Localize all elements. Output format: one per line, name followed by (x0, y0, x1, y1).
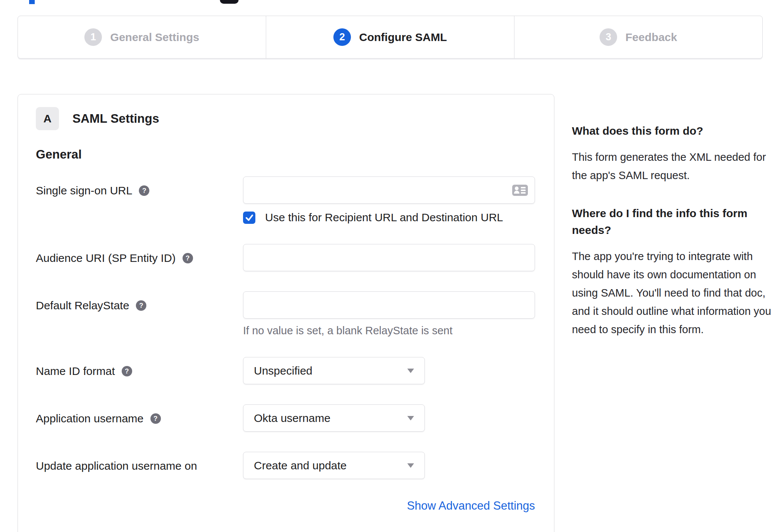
sso-url-input[interactable] (243, 176, 535, 204)
application-username-row: Application username ? Okta username (36, 404, 536, 432)
update-username-label: Update application username on (36, 459, 197, 473)
help-icon[interactable]: ? (122, 366, 132, 376)
relay-state-label-wrap: Default RelayState ? (36, 291, 243, 337)
section-a-badge: A (36, 107, 59, 130)
step-1-label: General Settings (110, 31, 199, 44)
update-username-control: Create and update (243, 452, 536, 479)
audience-uri-control (243, 244, 536, 271)
audience-uri-input[interactable] (243, 244, 535, 271)
audience-uri-label-wrap: Audience URI (SP Entity ID) ? (36, 244, 243, 271)
cutoff-blue-fragment (29, 0, 35, 4)
application-username-label: Application username (36, 412, 144, 425)
step-configure-saml[interactable]: 2 Configure SAML (266, 16, 514, 58)
recipient-url-checkbox-row: Use this for Recipient URL and Destinati… (243, 211, 536, 224)
application-username-label-wrap: Application username ? (36, 404, 243, 432)
advanced-settings-row: Show Advanced Settings (36, 499, 535, 513)
relay-state-helper-text: If no value is set, a blank RelayState i… (243, 325, 536, 337)
update-username-row: Update application username on Create an… (36, 452, 536, 479)
step-general-settings[interactable]: 1 General Settings (18, 16, 266, 58)
step-1-number: 1 (90, 31, 96, 43)
step-3-label: Feedback (625, 31, 677, 44)
sso-url-label-wrap: Single sign-on URL ? (36, 176, 243, 224)
help-icon[interactable]: ? (183, 253, 193, 263)
update-username-value: Create and update (254, 459, 347, 472)
sso-url-row: Single sign-on URL ? (36, 176, 536, 224)
help-icon[interactable]: ? (150, 413, 161, 424)
step-1-circle: 1 (84, 28, 102, 46)
panel-title: SAML Settings (72, 112, 159, 126)
application-username-value: Okta username (254, 412, 330, 425)
relay-state-control: If no value is set, a blank RelayState i… (243, 291, 536, 337)
audience-uri-label: Audience URI (SP Entity ID) (36, 251, 176, 265)
relay-state-row: Default RelayState ? If no value is set,… (36, 291, 536, 337)
step-3-number: 3 (606, 31, 611, 43)
contact-card-icon (512, 184, 528, 198)
help-answer-2: The app you're trying to integrate with … (572, 247, 781, 339)
cutoff-dark-fragment (220, 0, 239, 4)
chevron-down-icon (407, 416, 414, 420)
wizard-stepper: 1 General Settings 2 Configure SAML 3 Fe… (18, 16, 763, 59)
recipient-url-checkbox[interactable] (243, 212, 255, 224)
recipient-url-checkbox-label: Use this for Recipient URL and Destinati… (265, 211, 503, 224)
application-username-select[interactable]: Okta username (243, 404, 425, 432)
step-2-number: 2 (339, 31, 345, 43)
step-3-circle: 3 (600, 28, 617, 46)
update-username-label-wrap: Update application username on (36, 452, 243, 479)
badge-letter: A (43, 112, 52, 125)
saml-settings-panel: A SAML Settings General Single sign-on U… (18, 94, 554, 532)
show-advanced-settings-link[interactable]: Show Advanced Settings (407, 499, 535, 512)
audience-uri-row: Audience URI (SP Entity ID) ? (36, 244, 536, 271)
help-answer-1: This form generates the XML needed for t… (572, 148, 781, 185)
name-id-format-control: Unspecified (243, 357, 536, 384)
sso-url-label: Single sign-on URL (36, 184, 132, 197)
step-2-label: Configure SAML (359, 31, 447, 44)
name-id-format-label-wrap: Name ID format ? (36, 357, 243, 384)
saml-form: Single sign-on URL ? (36, 176, 536, 513)
chevron-down-icon (407, 463, 414, 468)
help-icon[interactable]: ? (139, 185, 149, 196)
help-icon[interactable]: ? (136, 300, 146, 311)
update-username-select[interactable]: Create and update (243, 452, 425, 479)
name-id-format-label: Name ID format (36, 364, 115, 378)
step-feedback[interactable]: 3 Feedback (514, 16, 762, 58)
name-id-format-value: Unspecified (254, 364, 312, 377)
general-section-heading: General (36, 147, 536, 162)
panel-header: A SAML Settings (36, 107, 536, 130)
help-question-1: What does this form do? (572, 122, 781, 139)
sso-url-control: Use this for Recipient URL and Destinati… (243, 176, 536, 224)
chevron-down-icon (407, 369, 414, 373)
name-id-format-row: Name ID format ? Unspecified (36, 357, 536, 384)
help-question-2: Where do I find the info this form needs… (572, 205, 747, 238)
help-sidebar: What does this form do? This form genera… (572, 122, 781, 339)
relay-state-label: Default RelayState (36, 299, 129, 312)
relay-state-input[interactable] (243, 291, 535, 319)
application-username-control: Okta username (243, 404, 536, 432)
name-id-format-select[interactable]: Unspecified (243, 357, 425, 384)
saml-config-page: 1 General Settings 2 Configure SAML 3 Fe… (0, 0, 781, 532)
step-2-circle: 2 (333, 28, 351, 46)
